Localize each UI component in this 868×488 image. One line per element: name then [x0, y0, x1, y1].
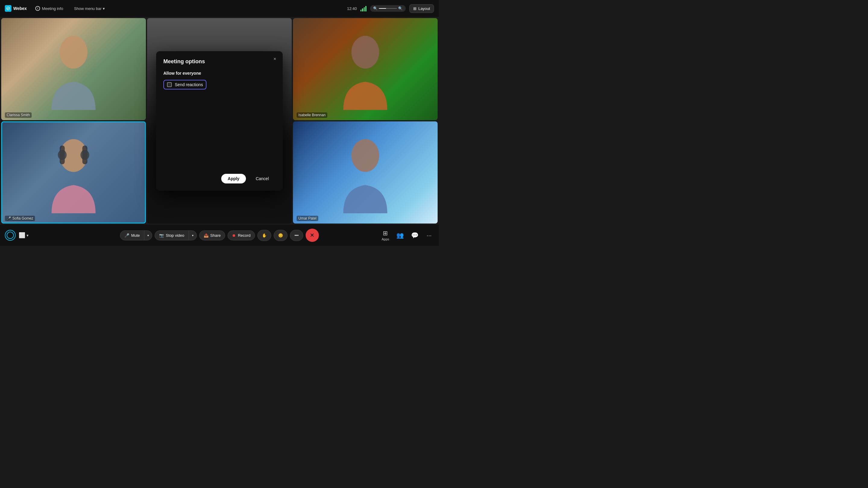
mute-button[interactable]: 🎤 Mute	[120, 231, 144, 240]
webex-logo: Webex	[5, 5, 27, 12]
chat-icon: 💬	[411, 232, 418, 239]
share-icon: 📤	[204, 233, 209, 238]
bottom-bar-left: ⬜ ▾	[5, 230, 112, 241]
show-menu-label: Show menu bar	[74, 6, 101, 11]
reactions-button[interactable]: 😊	[274, 230, 287, 241]
microphone-icon: 🎤	[124, 233, 129, 238]
zoom-slider[interactable]	[379, 8, 397, 9]
participants-button[interactable]: 👥	[395, 230, 406, 240]
zoom-control[interactable]: 🔍 🔍	[370, 5, 406, 12]
share-button-group: 📤 Share	[199, 230, 225, 240]
video-icon: 📷	[159, 233, 164, 238]
status-ring	[5, 230, 16, 241]
layout-label: Layout	[418, 6, 430, 11]
share-label: Share	[210, 233, 221, 238]
send-reactions-checkbox[interactable]	[167, 82, 172, 87]
modal-footer: Apply Cancel	[163, 174, 276, 184]
bottom-bar-center: 🎤 Mute ▾ 📷 Stop video ▾ 📤 Share	[112, 229, 327, 242]
stop-video-label: Stop video	[166, 233, 184, 238]
raise-hand-icon: ✋	[262, 233, 267, 238]
zoom-out-icon[interactable]: 🔍	[373, 6, 378, 10]
meeting-options-modal: × Meeting options Allow for everyone Sen…	[156, 51, 283, 191]
share-button[interactable]: 📤 Share	[199, 231, 225, 240]
top-bar-left: Webex i Meeting info Show menu bar ▾	[5, 5, 347, 12]
video-chevron-button[interactable]: ▾	[189, 231, 196, 240]
chat-button[interactable]: 💬	[409, 230, 421, 240]
video-chevron-icon: ▾	[192, 234, 193, 237]
record-icon: ⏺	[232, 233, 236, 238]
reactions-icon: 😊	[278, 233, 283, 238]
bottom-bar-right: ⊞ Apps 👥 💬 ···	[327, 228, 434, 242]
meeting-info-button[interactable]: i Meeting info	[33, 5, 66, 12]
modal-overlay: × Meeting options Allow for everyone Sen…	[0, 17, 439, 225]
participants-icon: 👥	[396, 232, 404, 239]
status-ring-inner	[7, 232, 14, 239]
top-bar-right: 12:40 🔍 🔍 ⊞ Layout	[347, 4, 434, 13]
more-right-icon: ···	[427, 232, 432, 239]
modal-close-button[interactable]: ×	[271, 55, 279, 63]
meeting-info-label: Meeting info	[42, 6, 63, 11]
more-icon: •••	[294, 233, 299, 238]
mute-label: Mute	[131, 233, 140, 238]
stop-video-button-group: 📷 Stop video ▾	[155, 230, 196, 240]
layout-button[interactable]: ⊞ Layout	[409, 4, 434, 13]
webex-app-name: Webex	[13, 6, 27, 11]
layout-icon: ⊞	[413, 6, 416, 11]
signal-strength-icon	[361, 5, 367, 11]
captions-icon: ⬜	[19, 232, 25, 238]
more-options-button[interactable]: •••	[290, 230, 303, 241]
stop-video-button[interactable]: 📷 Stop video	[155, 231, 188, 240]
end-call-icon: ✕	[310, 232, 314, 238]
send-reactions-label: Send reactions	[175, 82, 203, 87]
cancel-button[interactable]: Cancel	[249, 174, 276, 184]
mute-button-group: 🎤 Mute ▾	[120, 230, 152, 240]
apply-button[interactable]: Apply	[221, 174, 246, 184]
webex-logo-icon	[5, 5, 11, 12]
apps-button[interactable]: ⊞ Apps	[380, 228, 391, 242]
record-button[interactable]: ⏺ Record	[228, 231, 255, 240]
top-bar: Webex i Meeting info Show menu bar ▾ 12:…	[0, 0, 439, 17]
bottom-bar: ⬜ ▾ 🎤 Mute ▾ 📷 Stop video ▾	[0, 225, 439, 246]
raise-hand-button[interactable]: ✋	[257, 230, 271, 241]
apps-label: Apps	[381, 237, 389, 241]
time-display: 12:40	[347, 6, 357, 11]
chevron-down-icon: ▾	[103, 6, 105, 11]
mute-chevron-button[interactable]: ▾	[144, 231, 152, 240]
record-label: Record	[238, 233, 250, 238]
captions-button[interactable]: ⬜ ▾	[19, 232, 29, 238]
modal-title: Meeting options	[163, 59, 276, 65]
send-reactions-checkbox-row[interactable]: Send reactions	[163, 80, 207, 90]
more-right-button[interactable]: ···	[424, 231, 434, 240]
show-menu-bar-button[interactable]: Show menu bar ▾	[72, 5, 107, 12]
end-call-button[interactable]: ✕	[306, 229, 319, 242]
zoom-in-icon[interactable]: 🔍	[398, 6, 403, 10]
record-button-group: ⏺ Record	[227, 230, 255, 240]
apps-icon: ⊞	[383, 230, 388, 237]
modal-section-title: Allow for everyone	[163, 71, 276, 76]
mute-chevron-icon: ▾	[147, 234, 149, 237]
captions-chevron-icon: ▾	[27, 233, 29, 238]
meeting-info-icon: i	[35, 6, 40, 11]
